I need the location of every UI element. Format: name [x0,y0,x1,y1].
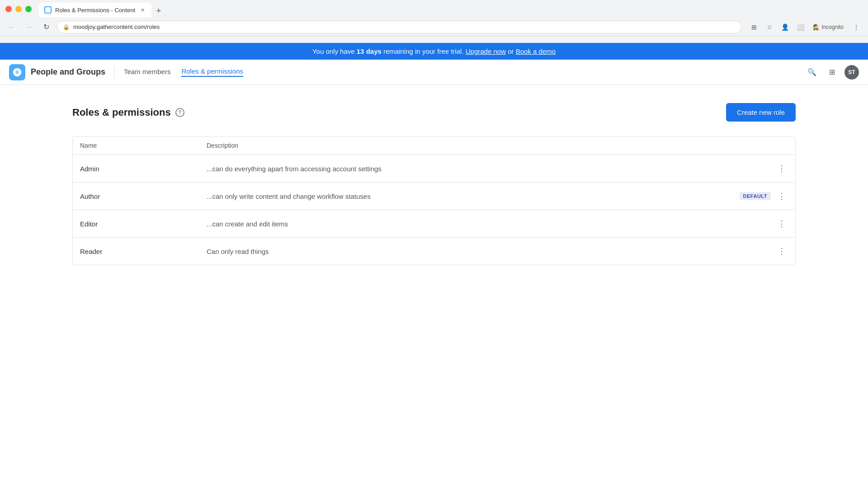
browser-close-btn[interactable]: ✕ [5,6,12,12]
tab-favicon [44,6,52,14]
back-btn[interactable]: ← [5,21,18,33]
role-name-author: Author [80,192,207,200]
role-desc-reader: Can only read things [207,248,725,255]
new-tab-btn[interactable]: + [152,5,165,17]
row-actions-admin: ⋮ [725,162,788,175]
page-title: Roles & permissions [72,107,171,118]
table-row: Author ...can only write content and cha… [73,183,795,210]
avatar[interactable]: ST [844,65,859,80]
table-row: Reader Can only read things ⋮ [73,238,795,265]
apps-btn[interactable]: ⊞ [825,65,839,80]
reload-btn[interactable]: ↻ [40,21,52,33]
main-content: Roles & permissions ? Create new role Na… [0,85,868,283]
row-actions-reader: ⋮ [725,245,788,258]
header-right: 🔍 ⊞ ST [805,65,859,80]
upgrade-link[interactable]: Upgrade now [466,47,506,55]
forward-btn[interactable]: → [23,21,35,33]
app-header: People and Groups Team members Roles & p… [0,60,868,85]
role-desc-editor: ...can create and edit items [207,220,725,228]
help-icon[interactable]: ? [175,108,184,117]
more-menu-author[interactable]: ⋮ [775,190,788,202]
create-new-role-button[interactable]: Create new role [726,103,796,122]
table-row: Admin ...can do everything apart from ac… [73,155,795,183]
nav-roles-permissions[interactable]: Roles & permissions [181,67,243,77]
demo-link[interactable]: Book a demo [516,47,556,55]
svg-rect-0 [45,7,51,13]
toolbar-bookmark-btn[interactable]: ☆ [763,21,776,33]
toolbar-split-btn[interactable]: ⬜ [794,21,807,33]
header-divider [114,66,115,79]
search-btn[interactable]: 🔍 [805,65,819,80]
table-header: Name Description [73,136,795,155]
browser-maximize-btn[interactable]: + [25,6,32,12]
incognito-icon: 🕵 [813,24,820,30]
header-nav: Team members Roles & permissions [124,67,243,77]
url-text: moodjoy.gathercontent.com/roles [73,23,160,30]
tab-title: Roles & Permissions - Content [55,7,135,14]
browser-minimize-btn[interactable]: − [15,6,22,12]
row-actions-editor: ⋮ [725,217,788,230]
incognito-badge: 🕵 Incognito [809,23,847,31]
page-title-row: Roles & permissions ? [72,107,184,118]
col-name-header: Name [80,142,207,149]
role-name-editor: Editor [80,220,207,228]
more-menu-admin[interactable]: ⋮ [775,162,788,175]
toolbar-more-btn[interactable]: ⋮ [850,21,863,33]
col-actions-header [725,142,788,149]
page-header: Roles & permissions ? Create new role [72,103,796,122]
toolbar-extensions-btn[interactable]: ⊞ [748,21,760,33]
more-menu-editor[interactable]: ⋮ [775,217,788,230]
trial-banner: You only have 13 days remaining in your … [0,43,868,60]
table-row: Editor ...can create and edit items ⋮ [73,210,795,238]
trial-text-or: or [508,47,516,55]
lock-icon: 🔒 [63,24,70,30]
more-menu-reader[interactable]: ⋮ [775,245,788,258]
role-desc-admin: ...can do everything apart from accessin… [207,165,725,173]
address-bar[interactable]: 🔒 moodjoy.gathercontent.com/roles [57,21,741,33]
role-name-reader: Reader [80,248,207,255]
role-desc-author: ...can only write content and change wor… [207,192,725,200]
trial-text-prefix: You only have [312,47,357,55]
roles-table: Name Description Admin ...can do everyth… [72,136,796,265]
incognito-label: Incognito [821,24,844,30]
toolbar-profile-btn[interactable]: 👤 [778,21,791,33]
default-badge: DEFAULT [740,192,771,200]
nav-team-members[interactable]: Team members [124,68,170,76]
app-title: People and Groups [31,67,105,77]
browser-tab[interactable]: Roles & Permissions - Content ✕ [39,3,151,17]
row-actions-author: DEFAULT ⋮ [725,190,788,202]
trial-days: 13 days [357,47,382,55]
tab-close-btn[interactable]: ✕ [139,6,146,14]
trial-text-middle: remaining in your free trial. [383,47,464,55]
app-logo[interactable] [9,64,25,80]
role-name-admin: Admin [80,165,207,173]
col-description-header: Description [207,142,725,149]
